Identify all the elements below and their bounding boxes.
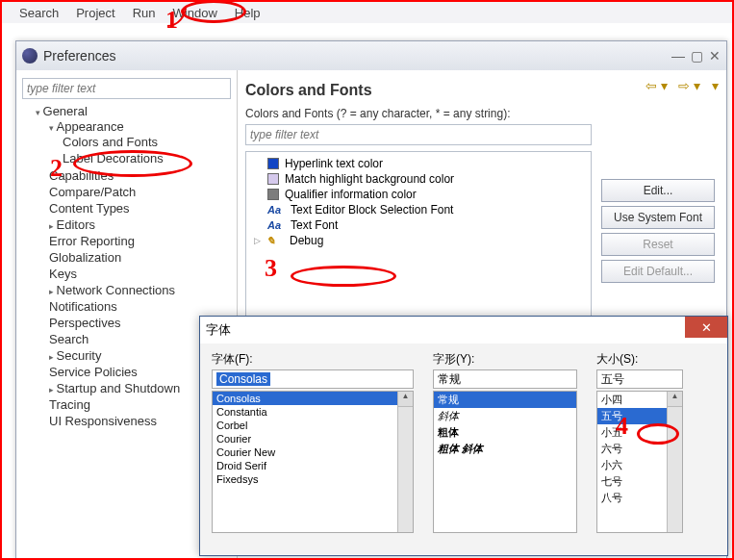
tree-keys[interactable]: Keys xyxy=(49,267,77,281)
folder-icon: ✎ xyxy=(266,235,284,247)
tree-capabilities[interactable]: Capabilities xyxy=(49,168,114,183)
font-icon: Aa xyxy=(267,204,285,216)
list-item[interactable]: Consolas xyxy=(213,392,413,405)
size-list[interactable]: 小四 五号 小五 六号 小六 七号 八号 ▲ xyxy=(596,391,683,533)
list-item[interactable]: Courier xyxy=(213,432,413,445)
use-system-font-button[interactable]: Use System Font xyxy=(601,206,715,229)
tree-service-policies[interactable]: Service Policies xyxy=(49,365,138,379)
list-item[interactable]: 粗体 xyxy=(434,424,576,441)
list-item[interactable]: Droid Serif xyxy=(213,459,413,472)
action-buttons: Edit... Use System Font Reset Edit Defau… xyxy=(601,179,715,283)
font-size-input[interactable]: 五号 xyxy=(596,369,683,389)
font-dialog: 字体 ✕ 字体(F): Consolas Consolas Constantia… xyxy=(199,316,728,556)
scrollbar[interactable]: ▲ xyxy=(397,392,413,532)
cf-block-font-row[interactable]: Aa Text Editor Block Selection Font xyxy=(250,202,587,217)
colors-fonts-list[interactable]: Hyperlink text color Match highlight bac… xyxy=(245,151,592,344)
tree-compare-patch[interactable]: Compare/Patch xyxy=(49,185,136,199)
close-icon[interactable]: ✕ xyxy=(685,317,727,338)
color-swatch-icon xyxy=(267,173,279,185)
preferences-titlebar[interactable]: Preferences — ▢ ✕ xyxy=(16,41,726,70)
menu-run[interactable]: Run xyxy=(133,6,156,20)
edit-default-button[interactable]: Edit Default... xyxy=(601,260,715,283)
tree-colors-fonts[interactable]: Colors and Fonts xyxy=(63,135,158,149)
chevron-right-icon: ▷ xyxy=(254,236,261,245)
tree-filter-input[interactable] xyxy=(22,78,231,99)
color-swatch-icon xyxy=(267,189,279,200)
reset-button[interactable]: Reset xyxy=(601,233,715,256)
tree-globalization[interactable]: Globalization xyxy=(49,250,121,265)
menu-window[interactable]: Window xyxy=(173,6,217,20)
color-swatch-icon xyxy=(267,158,279,169)
font-name-input[interactable]: Consolas xyxy=(212,369,414,389)
tree-perspectives[interactable]: Perspectives xyxy=(49,316,120,330)
list-item[interactable]: Fixedsys xyxy=(213,472,413,486)
list-item[interactable]: 斜体 xyxy=(434,408,576,424)
tree-ui-responsiveness[interactable]: UI Responsiveness xyxy=(49,414,157,428)
style-list[interactable]: 常规 斜体 粗体 粗体 斜体 xyxy=(433,391,577,533)
tree-tracing[interactable]: Tracing xyxy=(49,397,90,412)
menu-search[interactable]: Search xyxy=(19,6,59,20)
preferences-title-text: Preferences xyxy=(43,48,115,64)
list-item[interactable]: 常规 xyxy=(434,392,576,408)
cf-hyperlink-row[interactable]: Hyperlink text color xyxy=(250,156,587,171)
tree-startup-shutdown[interactable]: Startup and Shutdown xyxy=(57,381,181,395)
font-style-input[interactable]: 常规 xyxy=(433,369,577,389)
menu-project[interactable]: Project xyxy=(76,6,114,20)
list-item[interactable]: Corbel xyxy=(213,419,413,432)
scroll-up-icon[interactable]: ▲ xyxy=(398,392,413,407)
tree-network[interactable]: Network Connections xyxy=(57,283,176,297)
style-label: 字形(Y): xyxy=(433,351,577,368)
menu-help[interactable]: Help xyxy=(235,6,261,20)
edit-button[interactable]: Edit... xyxy=(601,179,715,202)
cf-text-font-row[interactable]: Aa Text Font xyxy=(250,217,587,233)
window-maximize-icon[interactable]: ▢ xyxy=(691,48,703,64)
cf-match-row[interactable]: Match highlight background color xyxy=(250,171,587,187)
font-list[interactable]: Consolas Constantia Corbel Courier Couri… xyxy=(212,391,414,533)
tree-label-decorations[interactable]: Label Decorations xyxy=(63,151,164,165)
font-dialog-titlebar[interactable]: 字体 ✕ xyxy=(200,317,727,344)
font-icon: Aa xyxy=(267,219,285,231)
eclipse-icon xyxy=(22,48,38,64)
cf-filter-input[interactable] xyxy=(245,124,592,145)
cf-debug-row[interactable]: ▷ ✎ Debug xyxy=(250,233,587,248)
list-item[interactable]: Constantia xyxy=(213,405,413,419)
tree-editors[interactable]: Editors xyxy=(57,217,95,232)
scroll-up-icon[interactable]: ▲ xyxy=(668,392,682,407)
tree-content-types[interactable]: Content Types xyxy=(49,201,130,216)
main-menubar: Search Project Run Window Help xyxy=(2,2,732,23)
cf-qualifier-row[interactable]: Qualifier information color xyxy=(250,187,587,202)
scrollbar[interactable]: ▲ xyxy=(667,392,682,532)
tree-security[interactable]: Security xyxy=(57,348,102,363)
list-item[interactable]: Courier New xyxy=(213,445,413,459)
tree-notifications[interactable]: Notifications xyxy=(49,299,117,314)
font-dialog-title-text: 字体 xyxy=(206,321,231,339)
list-item[interactable]: 粗体 斜体 xyxy=(434,441,576,457)
size-label: 大小(S): xyxy=(596,351,683,368)
page-nav-arrows[interactable]: ⇦ ▾ ⇨ ▾ ▾ xyxy=(645,78,719,93)
font-label: 字体(F): xyxy=(212,351,414,368)
tree-general[interactable]: General xyxy=(43,104,88,118)
tree-error-reporting[interactable]: Error Reporting xyxy=(49,234,135,248)
page-desc: Colors and Fonts (? = any character, * =… xyxy=(245,107,719,120)
window-close-icon[interactable]: ✕ xyxy=(709,48,721,64)
window-minimize-icon[interactable]: — xyxy=(671,48,685,64)
tree-appearance[interactable]: Appearance xyxy=(57,119,124,134)
tree-search[interactable]: Search xyxy=(49,332,89,346)
